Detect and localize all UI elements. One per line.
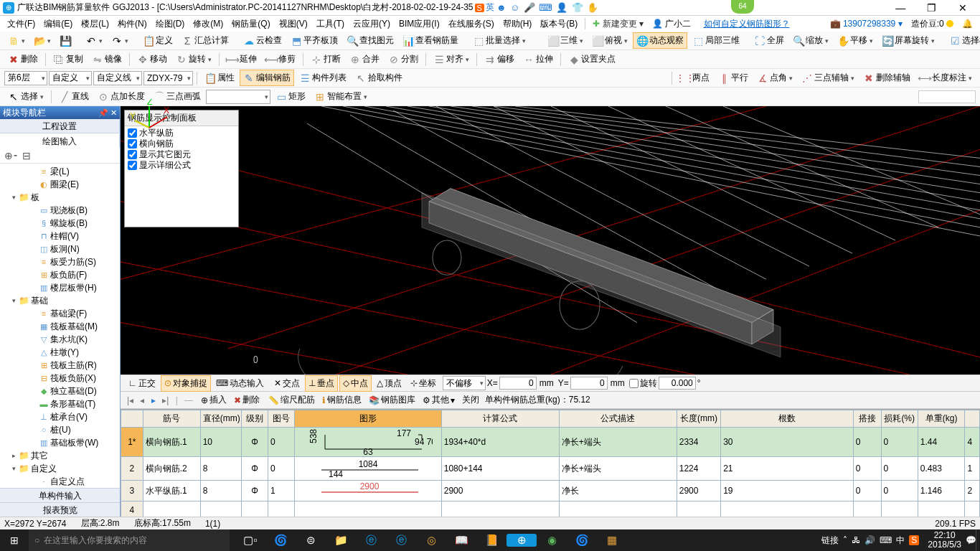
pick-member-button[interactable]: ↖拾取构件 <box>352 70 406 86</box>
nav-play[interactable]: ▸ <box>149 395 158 405</box>
grip-button[interactable]: ◆设置夹点 <box>565 51 619 67</box>
tree-node[interactable]: ⊞板负筋(F) <box>0 268 120 281</box>
menu-file[interactable]: 文件(F) <box>4 18 38 30</box>
table-row[interactable]: 1*横向钢筋.110Φ053856317794 701934+40*d净长+端头… <box>121 428 980 457</box>
view-top-button[interactable]: ⬜俯视▾ <box>588 32 631 49</box>
tree-node[interactable]: §螺旋板(B) <box>0 217 120 230</box>
taskbar-app-9[interactable]: ⊕ <box>507 534 537 547</box>
nav-bar[interactable]: | <box>174 395 180 405</box>
member-combo[interactable]: ZDYX-79 <box>143 71 193 85</box>
tree-node[interactable]: ◐圈梁(E) <box>0 178 120 191</box>
tree-node[interactable]: ⊞筏板主筋(R) <box>0 359 120 372</box>
redo-button[interactable]: ↷▾ <box>108 33 132 49</box>
menu-online[interactable]: 在线服务(S) <box>446 18 497 30</box>
tree-node[interactable]: ◫板洞(N) <box>0 242 120 255</box>
minimize-button[interactable]: — <box>886 2 915 14</box>
save-button[interactable]: 💾 <box>56 33 75 49</box>
trim-button[interactable]: ⟻修剪 <box>262 51 299 67</box>
tree-node[interactable]: ▥楼层板带(H) <box>0 281 120 294</box>
ortho-toggle[interactable]: ∟正交 <box>125 375 159 392</box>
scale-rebar-button[interactable]: 📏缩尺配筋 <box>265 392 318 408</box>
tree-node[interactable]: ▦筏板基础(M) <box>0 320 120 333</box>
delete-row-button[interactable]: ✖删除 <box>231 392 263 408</box>
taskbar-app-4[interactable]: ⓔ <box>356 534 386 547</box>
tree-node[interactable]: ⊟筏板负筋(X) <box>0 372 120 385</box>
member-list-button[interactable]: ☰构件列表 <box>296 70 350 86</box>
update-badge[interactable]: 64 <box>731 0 754 14</box>
rotate-button[interactable]: ↻旋转▾ <box>172 51 215 67</box>
column-header[interactable]: 级别 <box>242 410 268 428</box>
other-button[interactable]: ⚙其他▾ <box>420 392 458 408</box>
tree-node[interactable]: ▬条形基础(T) <box>0 397 120 410</box>
new-file-button[interactable]: 🗎▾ <box>4 33 29 49</box>
osnap-toggle[interactable]: ⊙对象捕捉 <box>161 375 211 392</box>
insert-row-button[interactable]: ⊕插入 <box>198 392 230 408</box>
tab-report-preview[interactable]: 报表预览 <box>0 502 120 517</box>
tree-node[interactable]: ▾📁板 <box>0 191 120 204</box>
tree-node[interactable]: ○桩(U) <box>0 423 120 436</box>
tray-network-icon[interactable]: 🖧 <box>852 535 860 545</box>
tab-project-settings[interactable]: 工程设置 <box>0 119 120 133</box>
local-3d-button[interactable]: ⬚局部三维 <box>689 32 743 49</box>
select-button[interactable]: ↖选择▾ <box>4 88 47 105</box>
column-header[interactable]: 公式描述 <box>559 410 677 428</box>
ime-user-icon[interactable]: 👤 <box>556 2 567 13</box>
nav-dash[interactable]: — <box>182 395 195 405</box>
cloud-check-button[interactable]: ☁云检查 <box>240 32 286 49</box>
tray-keyboard-icon[interactable]: ⌨ <box>880 535 892 545</box>
ime-hand-icon[interactable]: ✋ <box>587 2 598 13</box>
nav-first[interactable]: |◂ <box>125 395 136 405</box>
rebar-library-button[interactable]: 📚钢筋图库 <box>366 392 418 408</box>
nav-next[interactable]: ▸| <box>160 395 171 405</box>
tree-node[interactable]: ≡梁(L) <box>0 165 120 178</box>
extend-button[interactable]: ⟼延伸 <box>223 51 260 67</box>
snap-intersection[interactable]: ✕交点 <box>270 375 303 392</box>
offset-button[interactable]: ⇉偏移 <box>481 51 518 67</box>
ime-indicator[interactable]: S 英 ☻ ☺ 🎤 ⌨ 👤 👕 ✋ <box>475 1 599 14</box>
tray-ime-icon[interactable]: 中 <box>896 534 905 547</box>
delete-axis-button[interactable]: ✖删除辅轴 <box>859 70 914 86</box>
member-tree[interactable]: ≡梁(L)◐圈梁(E)▾📁板▭现浇板(B)§螺旋板(B)⊓柱帽(V)◫板洞(N)… <box>0 164 120 488</box>
pan-button[interactable]: ✋平移▾ <box>834 32 877 49</box>
column-header[interactable]: 图形 <box>294 410 441 428</box>
tab-single-member-input[interactable]: 单构件输入 <box>0 488 120 502</box>
menu-floor[interactable]: 楼层(L) <box>78 18 112 30</box>
table-row[interactable]: 3水平纵筋.18Φ129002900净长290019001.1462 <box>121 481 980 501</box>
table-row[interactable]: 4 <box>121 501 980 517</box>
menu-bim[interactable]: BIM应用(I) <box>396 18 443 30</box>
column-header[interactable]: 根数 <box>721 410 853 428</box>
collapse-all-icon[interactable]: ⊟ <box>22 150 31 161</box>
flat-top-button[interactable]: ⬒平齐板顶 <box>287 32 341 49</box>
column-header[interactable]: 长度(mm) <box>677 410 720 428</box>
ime-mic-icon[interactable]: 🎤 <box>524 2 535 13</box>
taskbar-app-6[interactable]: ◎ <box>416 534 446 547</box>
snap-coord[interactable]: ⊹坐标 <box>407 375 440 392</box>
zoom-button[interactable]: 🔍缩放▾ <box>789 32 832 49</box>
ime-keyboard-icon[interactable]: ⌨ <box>539 2 552 13</box>
tree-node[interactable]: ≡基础梁(F) <box>0 307 120 320</box>
taskbar-app-8[interactable]: 📙 <box>476 534 507 547</box>
edit-rebar-button[interactable]: ✎编辑钢筋 <box>240 70 294 86</box>
undo-button[interactable]: ↶▾ <box>82 33 106 49</box>
nav-prev[interactable]: ◂ <box>138 395 146 405</box>
taskbar-app-5[interactable]: ⓔ <box>386 534 416 547</box>
find-element-button[interactable]: 🔍查找图元 <box>343 32 397 49</box>
column-header[interactable]: 计算公式 <box>441 410 559 428</box>
mirror-button[interactable]: ⇋镜像 <box>88 51 126 67</box>
point-angle-button[interactable]: ∡点角▾ <box>753 70 796 86</box>
column-header[interactable]: 损耗(%) <box>881 410 918 428</box>
screen-rotate-button[interactable]: 🔄屏幕旋转▾ <box>878 32 938 49</box>
x-input[interactable] <box>499 377 537 390</box>
tree-node[interactable]: ▥基础板带(W) <box>0 436 120 449</box>
column-header[interactable]: 单重(kg) <box>918 410 965 428</box>
rotate-checkbox[interactable] <box>629 379 639 388</box>
taskbar-app-2[interactable]: ⊜ <box>296 534 326 547</box>
stretch-button[interactable]: ↔拉伸 <box>519 51 557 67</box>
tree-node[interactable]: △柱墩(Y) <box>0 346 120 359</box>
taskbar-search[interactable]: ○ 在这里输入你要搜索的内容 <box>29 529 230 551</box>
taskbar-app-3[interactable]: 📁 <box>326 534 356 547</box>
menu-tool[interactable]: 工具(T) <box>314 18 347 30</box>
maximize-button[interactable]: ❐ <box>918 2 946 14</box>
select-floor-button[interactable]: ☑选择楼层 <box>946 32 980 49</box>
parallel-button[interactable]: ∥平行 <box>715 70 752 86</box>
